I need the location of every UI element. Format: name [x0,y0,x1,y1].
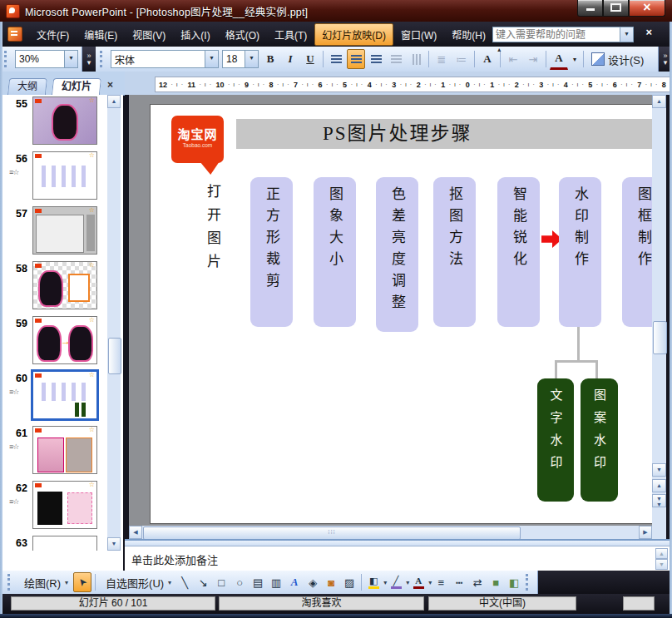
diagram-icon[interactable]: ◈ [304,573,321,591]
step-box-3[interactable]: 色差亮度调整 [376,177,418,332]
document-icon[interactable] [7,27,22,42]
menu-item-4[interactable]: 插入(I) [173,23,217,46]
animation-indicator-icon[interactable]: ≡☆ [9,388,18,396]
menu-item-3[interactable]: 视图(V) [125,23,173,46]
menu-item-9[interactable]: 帮助(H) [444,23,493,46]
3d-style-icon[interactable]: ◧ [506,573,522,591]
slide-thumbnail-56[interactable]: ☆ [32,151,97,200]
notes-placeholder[interactable]: 单击此处添加备注 [131,551,218,567]
line-style-icon[interactable]: ≡ [432,573,449,591]
draw-menu-button[interactable]: 绘图(R) ▾ [17,572,72,592]
font-color-button[interactable]: A [550,48,568,70]
bullet-list-button[interactable]: ≔ [452,49,471,69]
clipart-icon[interactable]: ◙ [323,573,339,591]
menu-item-1[interactable]: 文件(F) [29,23,77,46]
toolbar-grip[interactable] [100,51,106,67]
animation-indicator-icon[interactable]: ≡☆ [9,442,18,451]
slide-thumbnail-61[interactable]: ☆ [32,426,97,474]
step-box-4[interactable]: 抠图方法 [433,177,476,327]
menu-item-8[interactable]: 窗口(W) [393,23,444,46]
vertical-scrollbar-thumb[interactable] [653,321,667,354]
drawing-font-color-button[interactable]: A [409,573,427,591]
text-direction-button[interactable] [407,49,425,69]
slide-title[interactable]: PS图片处理步骤 [236,119,652,149]
vertical-text-box-icon[interactable]: ▥ [268,573,284,591]
previous-slide-button[interactable]: ▲▲ [652,479,666,492]
horizontal-scrollbar-thumb[interactable]: ⁞⁞⁞ [143,527,521,540]
font-size-combobox[interactable]: 18 ▾ [222,50,259,68]
line-tool-icon[interactable]: ╲ [176,573,193,591]
restore-button[interactable] [603,0,629,17]
notes-scrollbar[interactable]: ▲ ▼ [655,548,668,570]
menubar-close-icon[interactable]: × [645,26,652,38]
step-box-1[interactable]: 正方形裁剪 [250,177,293,327]
main-horizontal-scrollbar[interactable]: ◀ ⁞⁞⁞ ▶ [129,526,652,539]
animation-indicator-icon[interactable]: ≡☆ [9,497,18,506]
step-box-5[interactable]: 智能锐化 [497,177,540,327]
font-color-dropdown-icon[interactable]: ▾ [570,49,580,69]
step-box-7[interactable]: 图框制作 [622,177,652,327]
align-center-button[interactable] [347,49,365,69]
rectangle-tool-icon[interactable]: □ [213,573,230,591]
slide-thumbnail-55[interactable]: ☆ [32,96,97,145]
increase-indent-button[interactable]: ⇥ [524,49,542,69]
panel-scrollbar-thumb[interactable] [108,338,121,374]
intro-step-text[interactable]: 打开图片 [202,184,223,281]
main-vertical-scrollbar[interactable]: ▲ ▼ ▲▲ ▼▼ [652,95,666,526]
slide-thumbnail-59[interactable]: ☆ [32,316,97,364]
zoom-dropdown-icon[interactable]: ▾ [64,51,77,67]
scroll-right-icon[interactable]: ▶ [639,526,652,539]
italic-button[interactable]: I [281,49,299,69]
bold-button[interactable]: B [261,49,279,69]
minimize-button[interactable] [577,0,603,17]
toolbar-grip[interactable] [4,51,11,67]
slide-canvas[interactable]: 淘宝网 Taobao.com PS图片处理步骤 打开图片 文字水印 图案水印 正… [150,104,652,524]
scroll-down-icon[interactable]: ▼ [652,463,666,477]
font-name-combobox[interactable]: 宋体 ▾ [111,50,219,68]
scroll-up-icon[interactable]: ▲ [652,95,666,108]
notes-pane[interactable]: 单击此处添加备注 ▲ ▼ [125,546,670,571]
panel-vertical-scrollbar[interactable]: ▲ ▼ [107,95,121,551]
autoshapes-menu-button[interactable]: 自选图形(U) ▾ [99,572,175,592]
fill-color-button[interactable]: ◧ [364,573,383,591]
slide-thumbnail-58[interactable]: ☆ [32,261,97,309]
scroll-up-icon[interactable]: ▲ [655,548,668,559]
menu-item-5[interactable]: 格式(O) [218,23,267,46]
increase-font-size-button[interactable]: A [478,49,497,69]
help-dropdown-icon[interactable]: ▾ [620,27,633,42]
font-size-dropdown-icon[interactable]: ▾ [245,51,258,67]
select-objects-button[interactable]: ➤ [73,572,91,592]
tab-outline[interactable]: 大纲 [7,78,47,95]
powerpoint-app-icon[interactable] [6,4,20,18]
wordart-icon[interactable]: A [286,573,303,591]
align-right-button[interactable] [367,49,385,69]
slide-thumbnail-60[interactable]: ☆ [31,369,99,421]
text-box-icon[interactable]: ▤ [250,573,266,591]
align-left-button[interactable] [327,49,345,69]
pane-close-icon[interactable]: × [107,79,113,91]
slide-thumbnail-62[interactable]: ☆ [32,481,97,529]
scroll-up-icon[interactable]: ▲ [107,95,121,108]
substep-box-1[interactable]: 文字水印 [537,378,574,502]
underline-button[interactable]: U [301,49,319,69]
help-input[interactable] [493,29,620,41]
shadow-style-icon[interactable]: ■ [487,573,504,591]
toolbar-grip[interactable] [7,574,14,591]
taobao-logo[interactable]: 淘宝网 Taobao.com [171,116,224,163]
toolbar-grip[interactable] [526,574,532,591]
language-indicator[interactable]: 中文(中国) [428,596,576,611]
arrow-tool-icon[interactable]: ↘ [195,573,211,591]
scroll-down-icon[interactable]: ▼ [655,559,668,570]
line-color-button[interactable]: ╱ [387,573,405,591]
menu-item-2[interactable]: 编辑(E) [77,23,125,46]
substep-box-2[interactable]: 图案水印 [581,378,618,502]
step-box-6[interactable]: 水印制作 [559,177,601,327]
step-box-2[interactable]: 图象大小 [314,177,356,327]
toolbar-overflow-button[interactable]: »▾ [82,47,96,72]
decrease-indent-button[interactable]: ⇤ [504,49,522,69]
dash-style-icon[interactable]: ┅ [451,573,467,591]
zoom-combobox[interactable]: 30% ▾ [15,50,78,68]
menu-item-6[interactable]: 工具(T) [267,23,314,46]
font-name-dropdown-icon[interactable]: ▾ [205,51,218,67]
slide-thumbnail-57[interactable]: ☆ [32,206,97,255]
